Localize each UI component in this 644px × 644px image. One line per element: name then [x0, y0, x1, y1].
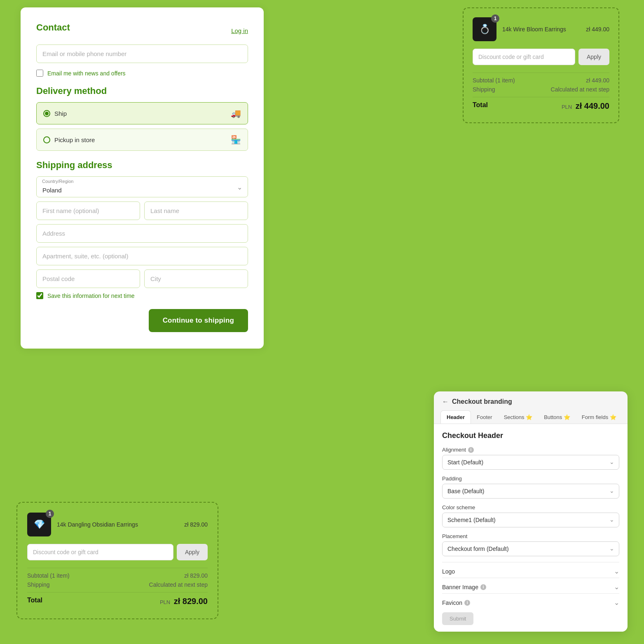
submit-button[interactable]: Submit [442, 612, 473, 625]
summary-divider-top [473, 73, 609, 73]
country-select-wrap: Country/Region Poland Germany France Uni… [36, 176, 248, 197]
favicon-accordion[interactable]: Favicon i ⌄ [442, 593, 619, 607]
apply-button-top[interactable]: Apply [578, 49, 609, 65]
subtotal-label-top: Subtotal (1 item) [473, 77, 515, 84]
alignment-select[interactable]: Start (Default) Center End [442, 455, 619, 470]
delivery-option-ship[interactable]: Ship 🚚 [36, 102, 248, 124]
product-price-top: zł 449.00 [586, 26, 609, 33]
alignment-select-wrap: Start (Default) Center End [442, 455, 619, 470]
padding-field: Padding Base (Default) None Small Large [442, 475, 619, 499]
subtotal-label-bottom: Subtotal (1 item) [27, 572, 70, 579]
color-scheme-field: Color scheme Scheme1 (Default) Scheme2 S… [442, 504, 619, 527]
total-currency-bottom: PLN [160, 599, 170, 605]
product-image-wrap-top: 💍 1 [473, 17, 496, 41]
email-input[interactable] [36, 44, 248, 63]
product-price-bottom: zł 829.00 [184, 521, 208, 528]
tab-sections[interactable]: Sections ⭐ [498, 410, 538, 424]
padding-select-wrap: Base (Default) None Small Large [442, 484, 619, 499]
shipping-label-top: Shipping [473, 86, 495, 93]
branding-title: Checkout branding [452, 398, 512, 405]
subtotal-value-top: zł 449.00 [586, 77, 609, 84]
summary-divider2-bottom [27, 592, 208, 592]
favicon-chevron-icon: ⌄ [614, 599, 619, 607]
total-right-bottom: PLN zł 829.00 [160, 597, 208, 606]
total-currency-top: PLN [562, 104, 572, 110]
product-row-top: 💍 1 14k Wire Bloom Earrings zł 449.00 [473, 17, 609, 41]
tab-header[interactable]: Header [440, 410, 471, 424]
product-badge-bottom: 1 [46, 510, 54, 518]
discount-row-top: Apply [473, 49, 609, 65]
total-label-bottom: Total [27, 597, 42, 606]
logo-accordion[interactable]: Logo ⌄ [442, 562, 619, 575]
pickup-label: Pickup in store [54, 136, 95, 143]
discount-row-bottom: Apply [27, 544, 208, 560]
back-arrow-icon[interactable]: ← [442, 398, 449, 405]
branding-content: Checkout Header Alignment i Start (Defau… [434, 424, 628, 632]
save-info-checkbox[interactable] [36, 292, 43, 299]
tab-buttons[interactable]: Buttons ⭐ [538, 410, 576, 424]
first-name-input[interactable] [36, 201, 140, 220]
product-image-wrap-bottom: 💎 1 [27, 513, 51, 536]
delivery-heading: Delivery method [36, 86, 248, 96]
branding-panel: ← Checkout branding Header Footer Sectio… [434, 391, 628, 632]
postal-city-row [36, 269, 248, 288]
radio-pickup [43, 136, 50, 143]
placement-select[interactable]: Checkout form (Default) All pages [442, 541, 619, 556]
country-label: Country/Region [42, 179, 73, 184]
favicon-info-icon[interactable]: i [464, 600, 470, 606]
continue-button[interactable]: Continue to shipping [149, 309, 248, 332]
tab-form-fields[interactable]: Form fields ⭐ [576, 410, 622, 424]
product-badge-top: 1 [491, 14, 499, 23]
placement-select-wrap: Checkout form (Default) All pages [442, 541, 619, 556]
earring-emoji-top: 💍 [479, 24, 490, 35]
total-amount-top: zł 449.00 [576, 101, 609, 110]
branding-section-title: Checkout Header [442, 431, 619, 440]
save-info-label: Save this information for next time [47, 293, 135, 299]
ship-icon: 🚚 [231, 108, 241, 118]
shipping-value-top: Calculated at next step [551, 86, 609, 93]
banner-chevron-icon: ⌄ [614, 583, 619, 591]
branding-tabs: Header Footer Sections ⭐ Buttons ⭐ Form … [434, 405, 628, 424]
logo-label: Logo [442, 568, 455, 575]
product-row-bottom: 💎 1 14k Dangling Obsidian Earrings zł 82… [27, 513, 208, 536]
color-scheme-select-wrap: Scheme1 (Default) Scheme2 Scheme3 [442, 513, 619, 527]
total-label-top: Total [473, 101, 488, 111]
banner-info-icon[interactable]: i [480, 584, 486, 590]
postal-input[interactable] [36, 269, 140, 288]
tab-more[interactable]: More ⌄ [622, 410, 628, 424]
shipping-row-top: Shipping Calculated at next step [473, 86, 609, 93]
email-news-checkbox[interactable] [36, 70, 43, 77]
branding-panel-header: ← Checkout branding [434, 391, 628, 405]
email-news-label: Email me with news and offers [47, 70, 126, 77]
padding-label: Padding [442, 475, 619, 482]
apply-button-bottom[interactable]: Apply [177, 544, 208, 560]
last-name-input[interactable] [144, 201, 248, 220]
discount-input-top[interactable] [473, 49, 575, 65]
login-link[interactable]: Log in [231, 27, 248, 34]
color-scheme-select[interactable]: Scheme1 (Default) Scheme2 Scheme3 [442, 513, 619, 527]
logo-chevron-icon: ⌄ [614, 567, 619, 575]
address-input[interactable] [36, 224, 248, 243]
order-summary-bottom-card: 💎 1 14k Dangling Obsidian Earrings zł 82… [16, 502, 218, 619]
banner-image-accordion[interactable]: Banner Image i ⌄ [442, 578, 619, 591]
name-row [36, 201, 248, 220]
radio-ship [43, 110, 50, 117]
discount-input-bottom[interactable] [27, 544, 173, 560]
subtotal-value-bottom: zł 829.00 [184, 572, 208, 579]
tab-footer[interactable]: Footer [471, 410, 498, 424]
email-checkbox-row: Email me with news and offers [36, 70, 248, 77]
city-input[interactable] [144, 269, 248, 288]
apartment-input[interactable] [36, 247, 248, 265]
favicon-label: Favicon [442, 600, 462, 606]
alignment-info-icon[interactable]: i [468, 447, 474, 453]
summary-divider2-top [473, 97, 609, 97]
shipping-heading: Shipping address [36, 160, 248, 171]
ship-label: Ship [54, 110, 67, 117]
subtotal-row-bottom: Subtotal (1 item) zł 829.00 [27, 572, 208, 579]
padding-select[interactable]: Base (Default) None Small Large [442, 484, 619, 499]
placement-label: Placement [442, 533, 619, 539]
store-icon: 🏪 [231, 135, 241, 145]
order-summary-top-card: 💍 1 14k Wire Bloom Earrings zł 449.00 Ap… [463, 7, 619, 123]
delivery-option-pickup[interactable]: Pickup in store 🏪 [36, 129, 248, 151]
color-scheme-label: Color scheme [442, 504, 619, 511]
